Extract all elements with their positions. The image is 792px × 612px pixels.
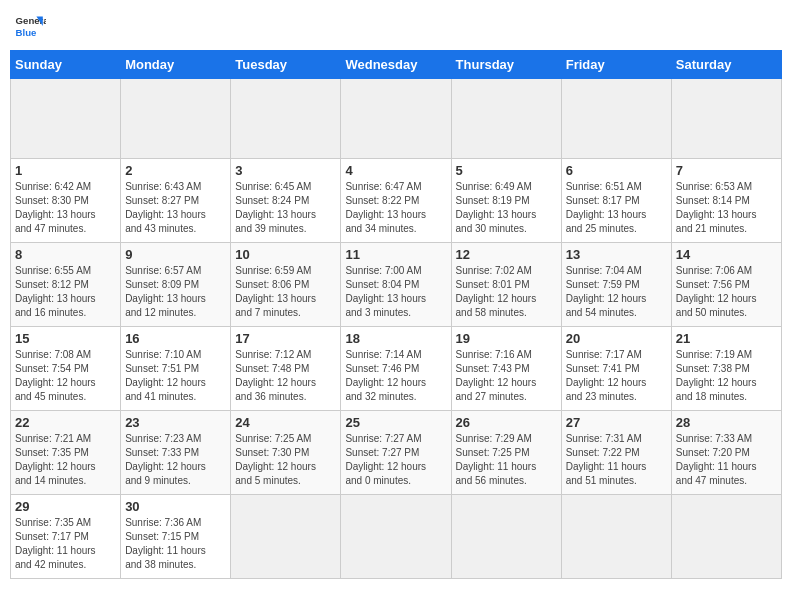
day-number: 13 xyxy=(566,247,667,262)
logo: General Blue xyxy=(14,10,46,42)
calendar-cell xyxy=(121,79,231,159)
calendar-cell: 11Sunrise: 7:00 AM Sunset: 8:04 PM Dayli… xyxy=(341,243,451,327)
calendar-cell: 24Sunrise: 7:25 AM Sunset: 7:30 PM Dayli… xyxy=(231,411,341,495)
day-number: 12 xyxy=(456,247,557,262)
col-header-thursday: Thursday xyxy=(451,51,561,79)
col-header-wednesday: Wednesday xyxy=(341,51,451,79)
calendar-cell: 26Sunrise: 7:29 AM Sunset: 7:25 PM Dayli… xyxy=(451,411,561,495)
cell-content: Sunrise: 7:25 AM Sunset: 7:30 PM Dayligh… xyxy=(235,432,336,488)
day-number: 26 xyxy=(456,415,557,430)
cell-content: Sunrise: 6:42 AM Sunset: 8:30 PM Dayligh… xyxy=(15,180,116,236)
calendar-cell: 10Sunrise: 6:59 AM Sunset: 8:06 PM Dayli… xyxy=(231,243,341,327)
cell-content: Sunrise: 7:08 AM Sunset: 7:54 PM Dayligh… xyxy=(15,348,116,404)
calendar-cell xyxy=(671,79,781,159)
cell-content: Sunrise: 6:49 AM Sunset: 8:19 PM Dayligh… xyxy=(456,180,557,236)
cell-content: Sunrise: 7:12 AM Sunset: 7:48 PM Dayligh… xyxy=(235,348,336,404)
calendar-week-1: 1Sunrise: 6:42 AM Sunset: 8:30 PM Daylig… xyxy=(11,159,782,243)
cell-content: Sunrise: 7:19 AM Sunset: 7:38 PM Dayligh… xyxy=(676,348,777,404)
day-number: 7 xyxy=(676,163,777,178)
cell-content: Sunrise: 7:04 AM Sunset: 7:59 PM Dayligh… xyxy=(566,264,667,320)
calendar-cell: 20Sunrise: 7:17 AM Sunset: 7:41 PM Dayli… xyxy=(561,327,671,411)
cell-content: Sunrise: 6:57 AM Sunset: 8:09 PM Dayligh… xyxy=(125,264,226,320)
day-number: 17 xyxy=(235,331,336,346)
day-number: 22 xyxy=(15,415,116,430)
calendar-cell: 25Sunrise: 7:27 AM Sunset: 7:27 PM Dayli… xyxy=(341,411,451,495)
calendar-cell: 7Sunrise: 6:53 AM Sunset: 8:14 PM Daylig… xyxy=(671,159,781,243)
calendar-week-2: 8Sunrise: 6:55 AM Sunset: 8:12 PM Daylig… xyxy=(11,243,782,327)
calendar-cell: 8Sunrise: 6:55 AM Sunset: 8:12 PM Daylig… xyxy=(11,243,121,327)
calendar-cell: 17Sunrise: 7:12 AM Sunset: 7:48 PM Dayli… xyxy=(231,327,341,411)
calendar-week-5: 29Sunrise: 7:35 AM Sunset: 7:17 PM Dayli… xyxy=(11,495,782,579)
calendar-cell: 27Sunrise: 7:31 AM Sunset: 7:22 PM Dayli… xyxy=(561,411,671,495)
day-number: 21 xyxy=(676,331,777,346)
calendar-cell: 12Sunrise: 7:02 AM Sunset: 8:01 PM Dayli… xyxy=(451,243,561,327)
logo-icon: General Blue xyxy=(14,10,46,42)
day-number: 2 xyxy=(125,163,226,178)
calendar-cell: 5Sunrise: 6:49 AM Sunset: 8:19 PM Daylig… xyxy=(451,159,561,243)
day-number: 27 xyxy=(566,415,667,430)
col-header-sunday: Sunday xyxy=(11,51,121,79)
day-number: 30 xyxy=(125,499,226,514)
day-number: 5 xyxy=(456,163,557,178)
day-number: 11 xyxy=(345,247,446,262)
day-number: 10 xyxy=(235,247,336,262)
cell-content: Sunrise: 6:59 AM Sunset: 8:06 PM Dayligh… xyxy=(235,264,336,320)
day-number: 1 xyxy=(15,163,116,178)
day-number: 6 xyxy=(566,163,667,178)
day-number: 18 xyxy=(345,331,446,346)
cell-content: Sunrise: 7:10 AM Sunset: 7:51 PM Dayligh… xyxy=(125,348,226,404)
cell-content: Sunrise: 7:17 AM Sunset: 7:41 PM Dayligh… xyxy=(566,348,667,404)
calendar-cell xyxy=(451,79,561,159)
day-number: 4 xyxy=(345,163,446,178)
calendar-cell: 6Sunrise: 6:51 AM Sunset: 8:17 PM Daylig… xyxy=(561,159,671,243)
cell-content: Sunrise: 6:53 AM Sunset: 8:14 PM Dayligh… xyxy=(676,180,777,236)
col-header-tuesday: Tuesday xyxy=(231,51,341,79)
cell-content: Sunrise: 6:43 AM Sunset: 8:27 PM Dayligh… xyxy=(125,180,226,236)
calendar-week-0 xyxy=(11,79,782,159)
calendar-cell xyxy=(231,495,341,579)
calendar-cell: 1Sunrise: 6:42 AM Sunset: 8:30 PM Daylig… xyxy=(11,159,121,243)
day-number: 19 xyxy=(456,331,557,346)
calendar-week-4: 22Sunrise: 7:21 AM Sunset: 7:35 PM Dayli… xyxy=(11,411,782,495)
calendar-cell: 14Sunrise: 7:06 AM Sunset: 7:56 PM Dayli… xyxy=(671,243,781,327)
calendar-cell: 29Sunrise: 7:35 AM Sunset: 7:17 PM Dayli… xyxy=(11,495,121,579)
calendar-cell: 2Sunrise: 6:43 AM Sunset: 8:27 PM Daylig… xyxy=(121,159,231,243)
day-number: 28 xyxy=(676,415,777,430)
day-number: 24 xyxy=(235,415,336,430)
calendar-cell xyxy=(451,495,561,579)
day-number: 9 xyxy=(125,247,226,262)
day-number: 8 xyxy=(15,247,116,262)
day-number: 23 xyxy=(125,415,226,430)
calendar-cell: 23Sunrise: 7:23 AM Sunset: 7:33 PM Dayli… xyxy=(121,411,231,495)
day-number: 3 xyxy=(235,163,336,178)
calendar-cell: 22Sunrise: 7:21 AM Sunset: 7:35 PM Dayli… xyxy=(11,411,121,495)
calendar-cell: 4Sunrise: 6:47 AM Sunset: 8:22 PM Daylig… xyxy=(341,159,451,243)
calendar-cell: 13Sunrise: 7:04 AM Sunset: 7:59 PM Dayli… xyxy=(561,243,671,327)
day-number: 15 xyxy=(15,331,116,346)
calendar-cell: 9Sunrise: 6:57 AM Sunset: 8:09 PM Daylig… xyxy=(121,243,231,327)
cell-content: Sunrise: 7:21 AM Sunset: 7:35 PM Dayligh… xyxy=(15,432,116,488)
calendar-cell xyxy=(671,495,781,579)
calendar-week-3: 15Sunrise: 7:08 AM Sunset: 7:54 PM Dayli… xyxy=(11,327,782,411)
cell-content: Sunrise: 7:36 AM Sunset: 7:15 PM Dayligh… xyxy=(125,516,226,572)
calendar-cell xyxy=(561,79,671,159)
calendar-cell: 16Sunrise: 7:10 AM Sunset: 7:51 PM Dayli… xyxy=(121,327,231,411)
calendar-cell: 18Sunrise: 7:14 AM Sunset: 7:46 PM Dayli… xyxy=(341,327,451,411)
cell-content: Sunrise: 7:06 AM Sunset: 7:56 PM Dayligh… xyxy=(676,264,777,320)
cell-content: Sunrise: 6:55 AM Sunset: 8:12 PM Dayligh… xyxy=(15,264,116,320)
cell-content: Sunrise: 7:00 AM Sunset: 8:04 PM Dayligh… xyxy=(345,264,446,320)
calendar-cell xyxy=(341,495,451,579)
cell-content: Sunrise: 7:14 AM Sunset: 7:46 PM Dayligh… xyxy=(345,348,446,404)
calendar-cell xyxy=(341,79,451,159)
cell-content: Sunrise: 6:45 AM Sunset: 8:24 PM Dayligh… xyxy=(235,180,336,236)
cell-content: Sunrise: 6:51 AM Sunset: 8:17 PM Dayligh… xyxy=(566,180,667,236)
cell-content: Sunrise: 7:16 AM Sunset: 7:43 PM Dayligh… xyxy=(456,348,557,404)
calendar-cell xyxy=(231,79,341,159)
day-number: 20 xyxy=(566,331,667,346)
cell-content: Sunrise: 7:33 AM Sunset: 7:20 PM Dayligh… xyxy=(676,432,777,488)
calendar-table: SundayMondayTuesdayWednesdayThursdayFrid… xyxy=(10,50,782,579)
calendar-cell: 28Sunrise: 7:33 AM Sunset: 7:20 PM Dayli… xyxy=(671,411,781,495)
cell-content: Sunrise: 7:27 AM Sunset: 7:27 PM Dayligh… xyxy=(345,432,446,488)
cell-content: Sunrise: 7:02 AM Sunset: 8:01 PM Dayligh… xyxy=(456,264,557,320)
cell-content: Sunrise: 7:23 AM Sunset: 7:33 PM Dayligh… xyxy=(125,432,226,488)
